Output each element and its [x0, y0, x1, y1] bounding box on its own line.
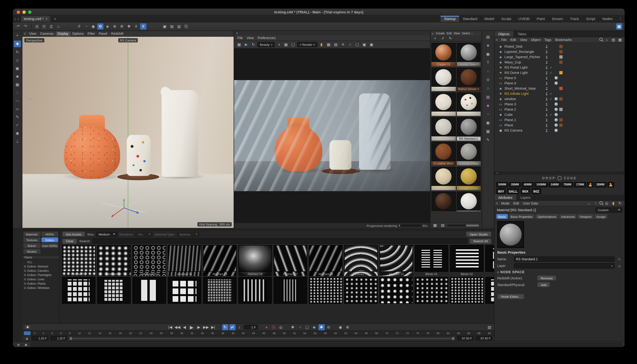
- object-row[interactable]: RS Dome Light ✓: [494, 70, 624, 75]
- axis-lock-button[interactable]: X: [34, 24, 40, 29]
- lens-preset-button[interactable]: 35MM: [509, 182, 521, 187]
- enabled-check-icon[interactable]: ✓: [549, 71, 553, 74]
- asset-thumbnail[interactable]: [344, 277, 378, 304]
- object-row[interactable]: Plane.4 ✓: [494, 80, 624, 86]
- node-editor-button[interactable]: Node Editor...: [497, 294, 524, 299]
- lens-preset-button[interactable]: 17MM: [574, 182, 586, 187]
- angle-preset-button[interactable]: 0ALL: [507, 188, 519, 194]
- visibility-toggles[interactable]: [544, 92, 549, 95]
- material-item[interactable]: Ceramic Citron: [456, 167, 480, 190]
- record-rotation-icon[interactable]: ◔: [297, 324, 303, 330]
- object-row[interactable]: Layered_Rectangle ✓: [494, 49, 624, 54]
- texture-tag-icon[interactable]: [559, 87, 562, 90]
- camera-tools-icon[interactable]: ▣: [162, 23, 168, 30]
- visibility-toggles[interactable]: [544, 66, 549, 69]
- next-frame-icon[interactable]: ▶: [196, 324, 202, 330]
- clone-viewer-icon[interactable]: ▣: [368, 42, 375, 48]
- asset-thumbnail[interactable]: Abstract 04: [168, 245, 201, 276]
- open-studio-button[interactable]: Open Studio: [466, 231, 492, 237]
- menu-item[interactable]: Options: [70, 31, 86, 36]
- asset-category-tab[interactable]: Materials: [23, 232, 40, 236]
- render-select-dropdown[interactable]: < Render >: [297, 42, 318, 47]
- angle-preset-button[interactable]: 90Z: [532, 188, 541, 194]
- redo-icon[interactable]: ↷: [22, 23, 28, 30]
- menu-item[interactable]: Cameras: [38, 31, 56, 36]
- asset-category-tab[interactable]: Bokeh: [23, 243, 40, 248]
- record-parameter-icon[interactable]: ◈: [311, 324, 317, 330]
- asset-category-tab[interactable]: Models: [23, 249, 40, 254]
- texture-mode-icon[interactable]: ▦: [14, 81, 21, 88]
- material-item[interactable]: Colorful Abstrac: [456, 92, 480, 116]
- menu-item[interactable]: Select: [461, 31, 471, 36]
- layout-tab[interactable]: Sculpt: [498, 16, 515, 22]
- region-render-icon[interactable]: ○: [347, 42, 353, 48]
- sim-settings-icon[interactable]: ⚙: [484, 76, 492, 83]
- expand-icon[interactable]: ⊞: [24, 269, 26, 272]
- back-icon[interactable]: ‹: [14, 16, 16, 21]
- drop-zone[interactable]: DROP ZONE: [494, 174, 624, 181]
- keyframe-selection-icon[interactable]: ◎: [278, 324, 284, 330]
- texture-tag-icon[interactable]: [559, 118, 562, 122]
- timeline-ruler[interactable]: 0246810121416182022242628303234363840424…: [22, 330, 494, 335]
- asset-thumbnail[interactable]: Abstract 03: [132, 245, 166, 276]
- visibility-toggles[interactable]: [544, 108, 549, 111]
- range-end-field[interactable]: 87.50 F: [457, 336, 474, 340]
- menu-item[interactable]: Redshift: [109, 31, 125, 36]
- expand-icon[interactable]: ⊞: [24, 278, 26, 281]
- layer-options-icon[interactable]: ◎: [617, 263, 622, 268]
- phong-tag-icon[interactable]: [554, 82, 558, 85]
- property-tab[interactable]: Viewport: [578, 214, 593, 219]
- layout-overflow-icon[interactable]: ⋮: [616, 16, 624, 22]
- snapshot-icon[interactable]: ▦: [236, 42, 242, 48]
- record-pla-icon[interactable]: ⊘: [326, 324, 332, 330]
- asset-thumbnail[interactable]: [309, 277, 342, 304]
- add-button[interactable]: Add: [537, 282, 550, 288]
- render-area[interactable]: [234, 49, 430, 223]
- menu-item[interactable]: Preferences: [256, 36, 278, 40]
- shape-icon[interactable]: ◇: [484, 85, 492, 92]
- lock-icon[interactable]: ▮: [610, 200, 616, 206]
- history-back-icon[interactable]: ←: [586, 200, 592, 206]
- camera-label[interactable]: RS Camera: [118, 38, 138, 42]
- texture-tag-icon[interactable]: [559, 55, 562, 59]
- status-layers-icon[interactable]: ▤: [15, 342, 22, 346]
- render-picture-viewer-icon[interactable]: ◉: [90, 23, 96, 30]
- viewport-3d-canvas[interactable]: Perspective RS Camera Grid Spacing : 500…: [22, 37, 234, 228]
- lens-preset-button[interactable]: [587, 182, 594, 187]
- menu-item[interactable]: Mode: [499, 201, 511, 206]
- asset-thumbnail[interactable]: Abstract 02: [97, 245, 131, 276]
- menu-item[interactable]: User Data: [521, 201, 540, 206]
- material-preview[interactable]: [497, 221, 524, 248]
- range-options-icon[interactable]: ▦: [24, 336, 30, 340]
- lens-preset-button[interactable]: 40MM: [522, 182, 534, 187]
- modeling-axis-icon[interactable]: ⊥: [14, 138, 21, 144]
- ab-compare-icon[interactable]: ▦: [326, 42, 332, 48]
- asset-thumbnail[interactable]: [97, 277, 131, 304]
- phong-tag-icon[interactable]: [554, 108, 558, 111]
- panel-menu-icon[interactable]: ≡: [496, 38, 498, 42]
- snapshot-list-icon[interactable]: ▤: [333, 42, 339, 48]
- menu-item[interactable]: View: [453, 31, 461, 36]
- asset-thumbnail[interactable]: Abstract 09: [344, 245, 378, 276]
- lens-preset-button[interactable]: [607, 182, 614, 187]
- layout-tab[interactable]: UVEdit: [515, 16, 533, 22]
- lens-preset-button[interactable]: 24MM: [549, 182, 560, 187]
- polygons-mode-icon[interactable]: ▱: [14, 105, 21, 112]
- material-item[interactable]: D Leather Worn: [432, 142, 456, 166]
- asset-thumbnail[interactable]: Abstract 01: [62, 245, 95, 276]
- expand-icon[interactable]: ⊞: [24, 273, 26, 276]
- ring-icon[interactable]: ○: [484, 68, 492, 74]
- camera-view-icon[interactable]: ▣: [484, 119, 492, 126]
- angle-preset-button[interactable]: 90X: [521, 188, 530, 194]
- asset-tree-item[interactable]: ⊞ Gobos: Plants: [22, 281, 59, 286]
- renderer-dropdown[interactable]: ALL ▾: [136, 232, 152, 237]
- phong-tag-icon[interactable]: [554, 102, 558, 106]
- pingpong-icon[interactable]: ⇄: [229, 324, 235, 330]
- live-selection-icon[interactable]: ⌖: [14, 32, 21, 39]
- get-assets-button[interactable]: Get Assets: [62, 231, 85, 237]
- parent-icon[interactable]: ↑: [593, 200, 599, 206]
- clear-button[interactable]: Clear: [62, 238, 78, 244]
- visibility-toggles[interactable]: [544, 98, 549, 100]
- property-tab[interactable]: Advanced: [559, 214, 577, 219]
- menu-item[interactable]: View: [245, 36, 256, 40]
